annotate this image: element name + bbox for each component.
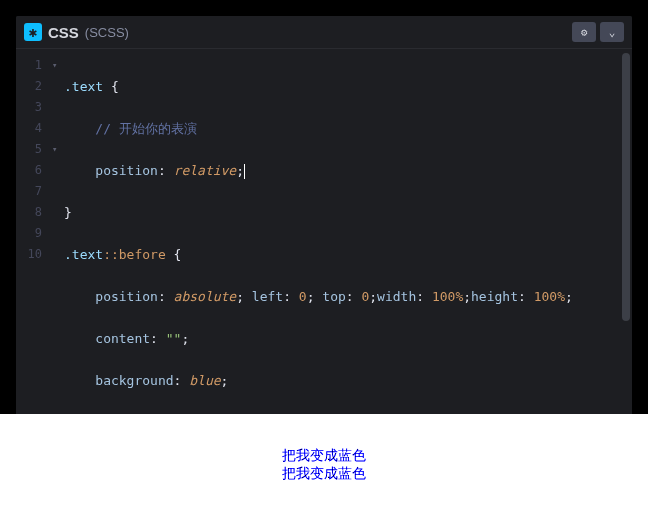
code-line[interactable]: position: relative; xyxy=(64,160,622,181)
line-number: 5 xyxy=(24,139,42,160)
code-line[interactable]: } xyxy=(64,202,622,223)
lang-label: CSS xyxy=(48,24,79,41)
preview-pane: 把我变成蓝色 把我变成蓝色 xyxy=(0,414,648,520)
css-badge-icon: ✱ xyxy=(24,23,42,41)
demo-text: 把我变成蓝色 把我变成蓝色 xyxy=(282,446,366,520)
demo-line: 把我变成蓝色 xyxy=(282,464,366,482)
settings-button[interactable]: ⚙ xyxy=(572,22,596,42)
line-number: 8 xyxy=(24,202,42,223)
vertical-scrollbar[interactable] xyxy=(622,53,630,321)
line-number: 6 xyxy=(24,160,42,181)
fold-marker-icon[interactable]: ▾ xyxy=(52,139,64,160)
code-line[interactable]: position: absolute; left: 0; top: 0;widt… xyxy=(64,286,622,307)
text-cursor xyxy=(244,164,245,179)
line-number: 9 xyxy=(24,223,42,244)
line-number: 10 xyxy=(24,244,42,265)
demo-line: 把我变成蓝色 xyxy=(282,446,366,464)
code-line[interactable]: .text::before { xyxy=(64,244,622,265)
line-number: 3 xyxy=(24,97,42,118)
chevron-down-icon: ⌄ xyxy=(609,26,616,39)
header-title-group: ✱ CSS (SCSS) xyxy=(24,23,129,41)
collapse-button[interactable]: ⌄ xyxy=(600,22,624,42)
gear-icon: ⚙ xyxy=(581,26,588,39)
code-line[interactable]: // 开始你的表演 xyxy=(64,118,622,139)
line-number: 2 xyxy=(24,76,42,97)
fold-marker-icon[interactable]: ▾ xyxy=(52,55,64,76)
editor-header: ✱ CSS (SCSS) ⚙ ⌄ xyxy=(16,16,632,49)
lang-sublabel: (SCSS) xyxy=(85,25,129,40)
line-number: 1 xyxy=(24,55,42,76)
code-line[interactable]: background: blue; xyxy=(64,370,622,391)
code-line[interactable]: .text { xyxy=(64,76,622,97)
code-line[interactable]: content: ""; xyxy=(64,328,622,349)
header-actions: ⚙ ⌄ xyxy=(572,22,624,42)
line-number: 4 xyxy=(24,118,42,139)
line-number: 7 xyxy=(24,181,42,202)
